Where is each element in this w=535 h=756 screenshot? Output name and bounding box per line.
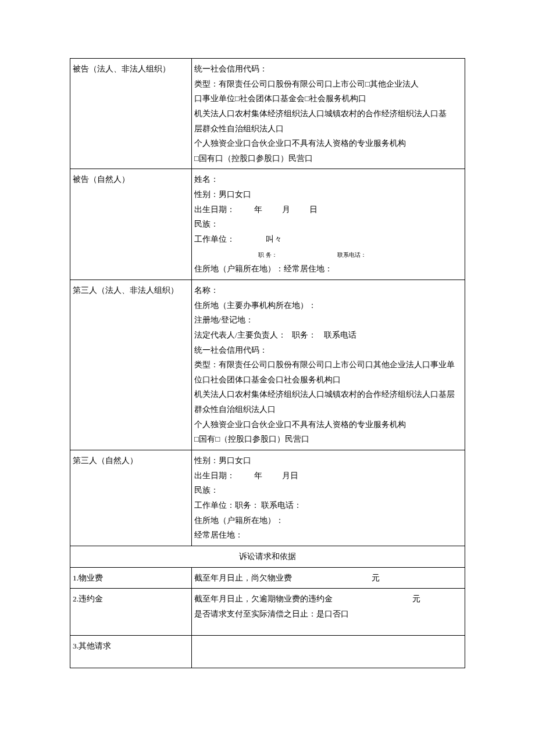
line: 口事业单位□社会团体口基金会□社会服务机构口 <box>194 91 462 106</box>
row-third-natural: 第三人（自然人） 性别：男口女口 出生日期： 年 月日 民族： 工作单位：职务：… <box>70 450 465 546</box>
dob-month: 月 <box>282 205 290 214</box>
line: 机关法人口农村集体经济组织法人口城镇农村的合作经济组织法人口基层群众性自治组织法… <box>194 387 462 417</box>
line: 工作单位：职务： 联系电话： <box>194 498 462 513</box>
position-label: 职 务： <box>258 249 277 260</box>
line: 工作单位： 叫々 <box>194 232 462 247</box>
dob-day: 日 <box>309 205 318 214</box>
rep-label: 法定代表人/主要负责人： <box>194 331 286 339</box>
content-defendant-natural: 姓名： 性别：男口女口 出生日期： 年 月 日 民族： 工作单位： 叫々 职 务… <box>192 169 465 280</box>
label-item-1: 1.物业费 <box>70 567 192 589</box>
dob-monthday: 月日 <box>282 471 298 480</box>
label-third-natural: 第三人（自然人） <box>70 450 192 546</box>
text-b: 元 <box>412 594 420 603</box>
line: 住所地（主要办事机构所在地）： <box>194 298 462 313</box>
row-item-2: 2.违约金 截至年月日止，欠逾期物业费的违约金 元 是否请求支付至实际清偿之日止… <box>70 589 465 636</box>
line: □国有□（控股口参股口）民营口 <box>194 432 462 447</box>
label-text: 被告（法人、非法人组织） <box>73 65 170 73</box>
line: 住所地（户籍所在地）：经常居住地： <box>194 261 462 277</box>
line: 出生日期： 年 月日 <box>194 468 462 483</box>
content-item-1: 截至年月日止，尚欠物业费 元 <box>192 567 465 589</box>
line: 层群众性自治组织法人口 <box>194 121 462 137</box>
section-title: 诉讼请求和依据 <box>70 546 465 567</box>
row-third-legal: 第三人（法人、非法人组织） 名称： 住所地（主要办事机构所在地）： 注册地/登记… <box>70 280 465 450</box>
row-section-title: 诉讼请求和依据 <box>70 546 465 567</box>
dob-year: 年 <box>254 205 262 214</box>
label-defendant-natural: 被告（自然人） <box>70 169 192 280</box>
line: 统一社会信用代码： <box>194 62 462 77</box>
content-third-legal: 名称： 住所地（主要办事机构所在地）： 注册地/登记地： 法定代表人/主要负责人… <box>192 280 465 450</box>
text-a: 截至年月日止，尚欠物业费 <box>194 574 292 582</box>
line: 机关法人口农村集体经济组织法人口城镇农村的合作经济组织法人口基 <box>194 106 462 121</box>
line: 民族： <box>194 217 462 232</box>
line: 民族： <box>194 483 462 498</box>
rep-position: 职务： <box>292 331 316 339</box>
line: 出生日期： 年 月 日 <box>194 202 462 217</box>
line: 性别：男口女口 <box>194 187 462 202</box>
label-text: 第三人（法人、非法人组织） <box>73 286 179 295</box>
workplace-note: 叫々 <box>266 235 282 243</box>
line: 类型：有限责任公司口股份有限公司口上市公司□其他企业法人 <box>194 77 462 92</box>
text-b: 元 <box>372 574 380 582</box>
phone-label: 联系电话： <box>337 249 366 260</box>
row-item-1: 1.物业费 截至年月日止，尚欠物业费 元 <box>70 567 465 589</box>
line: 注册地/登记地： <box>194 313 462 328</box>
line: 法定代表人/主要负责人： 职务： 联系电话 <box>194 328 462 343</box>
line: □国有口（控股口参股口）民营口 <box>194 151 462 166</box>
content-third-natural: 性别：男口女口 出生日期： 年 月日 民族： 工作单位：职务： 联系电话： 住所… <box>192 450 465 546</box>
line: 姓名： <box>194 172 462 187</box>
content-item-2: 截至年月日止，欠逾期物业费的违约金 元 是否请求支付至实际清偿之日止：是口否口 <box>192 589 465 636</box>
row-item-3: 3.其他请求 <box>70 636 465 668</box>
label-third-legal: 第三人（法人、非法人组织） <box>70 280 192 450</box>
document-page: 被告（法人、非法人组织） 统一社会信用代码： 类型：有限责任公司口股份有限公司口… <box>0 0 535 756</box>
label-text: 被告（自然人） <box>73 175 130 184</box>
dob-year: 年 <box>254 471 262 480</box>
text-a: 截至年月日止，欠逾期物业费的违约金 <box>194 594 333 603</box>
content-item-3 <box>192 636 465 668</box>
line: 住所地（户籍所在地）： <box>194 513 462 528</box>
line: 个人独资企业口合伙企业口不具有法人资格的专业服务机构 <box>194 136 462 151</box>
label-item-2: 2.违约金 <box>70 589 192 636</box>
label-defendant-legal: 被告（法人、非法人组织） <box>70 59 192 169</box>
row-defendant-natural: 被告（自然人） 姓名： 性别：男口女口 出生日期： 年 月 日 民族： 工作单位… <box>70 169 465 280</box>
dob-label: 出生日期： <box>194 471 235 480</box>
workplace-label: 工作单位： <box>194 235 235 243</box>
line: 名称： <box>194 283 462 298</box>
label-item-3: 3.其他请求 <box>70 636 192 668</box>
form-table: 被告（法人、非法人组织） 统一社会信用代码： 类型：有限责任公司口股份有限公司口… <box>70 58 465 668</box>
dob-label: 出生日期： <box>194 205 235 214</box>
line: 个人独资企业口合伙企业口不具有法人资格的专业服务机构 <box>194 417 462 432</box>
line: 是否请求支付至实际清偿之日止：是口否口 <box>194 607 462 622</box>
row-defendant-legal: 被告（法人、非法人组织） 统一社会信用代码： 类型：有限责任公司口股份有限公司口… <box>70 59 465 169</box>
line: 统一社会信用代码： <box>194 343 462 358</box>
line: 类型：有限责任公司口股份有限公司口上市公司口其他企业法人口事业单位口社会团体口基… <box>194 357 462 387</box>
content-defendant-legal: 统一社会信用代码： 类型：有限责任公司口股份有限公司口上市公司□其他企业法人 口… <box>192 59 465 169</box>
line: 性别：男口女口 <box>194 453 462 468</box>
rep-phone: 联系电话 <box>324 331 356 339</box>
line: 职 务： 联系电话： <box>194 247 462 262</box>
label-text: 第三人（自然人） <box>73 456 138 465</box>
line: 截至年月日止，欠逾期物业费的违约金 元 <box>194 592 462 607</box>
line: 经常居住地： <box>194 528 462 543</box>
